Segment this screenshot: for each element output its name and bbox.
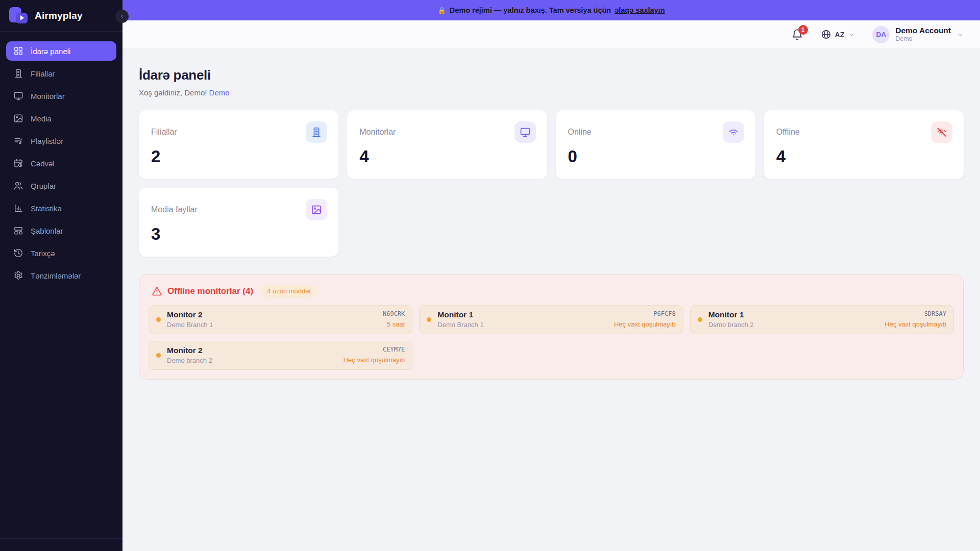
image-icon [306, 199, 327, 220]
language-code: AZ [835, 31, 845, 39]
monitor-card[interactable]: Monitor 2 Demo branch 2 CEYM7E Heç vaxt … [149, 341, 412, 370]
offline-section-header: Offline monitorlar (4) 4 uzun müddət [149, 285, 954, 297]
sidebar-item-label: Statistika [31, 204, 62, 213]
notification-badge: 1 [798, 25, 808, 35]
sidebar-item[interactable]: Media [6, 109, 116, 128]
sidebar-item-label: Şablonlar [31, 227, 63, 235]
sidebar-item-label: Tarixçə [31, 249, 55, 258]
avatar: DA [872, 26, 890, 43]
monitor-card[interactable]: Monitor 2 Demo Branch 1 N69CRK 5 saat [149, 305, 412, 334]
sidebar-item-label: Playlistlər [31, 137, 63, 145]
chart-icon [13, 203, 23, 213]
lock-icon: 🔒 [437, 7, 446, 14]
monitor-name: Monitor 2 [167, 345, 337, 355]
offline-section-title: Offline monitorlar (4) [167, 286, 253, 296]
monitor-branch: Demo Branch 1 [167, 321, 377, 330]
status-dot-icon [427, 317, 431, 322]
stat-label: Monitorlar [359, 128, 534, 137]
monitors-grid: Monitor 2 Demo Branch 1 N69CRK 5 saat Mo… [149, 305, 954, 370]
sidebar-item[interactable]: Statistika [6, 198, 116, 218]
wifi-icon [723, 121, 744, 143]
airmyplay-logo-icon [9, 6, 29, 26]
monitor-branch: Demo Branch 1 [437, 321, 608, 330]
gear-icon [13, 270, 23, 281]
users-icon [13, 181, 23, 191]
sidebar-item[interactable]: Tənzimləmələr [6, 266, 116, 285]
monitor-icon [13, 91, 23, 101]
monitor-name: Monitor 1 [437, 310, 608, 319]
brand-name: Airmyplay [35, 10, 83, 21]
account-role: Demo [895, 35, 951, 43]
stat-card: Filiallar 2 [139, 110, 338, 179]
chevron-left-icon [119, 13, 125, 19]
layout-icon [13, 226, 23, 236]
stat-value: 2 [151, 147, 326, 166]
sidebar-header: Airmyplay [0, 0, 122, 32]
calendar-icon [13, 158, 23, 168]
history-icon [13, 248, 23, 258]
sidebar-collapse-button[interactable] [115, 10, 129, 23]
banner-text: Demo rejimi — yalnız baxış. Tam versiya … [450, 6, 611, 14]
monitor-icon [514, 121, 536, 143]
status-dot-icon [156, 353, 161, 358]
stat-card: Monitorlar 4 [347, 110, 547, 179]
topbar: 1 AZ DA Demo Account Demo [122, 20, 980, 49]
stats-grid: Filiallar 2 Monitorlar 4 Online 0 Offlin… [139, 110, 964, 257]
status-dot-icon [156, 317, 161, 322]
account-menu[interactable]: DA Demo Account Demo [872, 26, 964, 43]
stat-card: Media fayllar 3 [139, 188, 338, 257]
monitor-status: Heç vaxt qoşulmayıb [344, 356, 405, 365]
sidebar-item[interactable]: Cədvəl [6, 154, 116, 173]
welcome-text: Xoş gəldiniz, Demo! Demo [139, 88, 964, 97]
stat-label: Offline [776, 128, 951, 137]
sidebar-nav: İdarə paneli Filiallar Monitorlar Media … [0, 32, 122, 295]
sidebar-item-label: Filiallar [31, 69, 55, 78]
monitor-code: N69CRK [383, 310, 405, 318]
monitor-name: Monitor 2 [167, 310, 377, 319]
sidebar-item-label: Tənzimləmələr [31, 271, 81, 280]
sidebar-item-label: İdarə paneli [31, 47, 70, 56]
stat-card: Online 0 [556, 110, 755, 179]
stat-label: Media fayllar [151, 205, 326, 214]
stat-card: Offline 4 [764, 110, 964, 179]
stat-value: 4 [776, 147, 951, 166]
sidebar-item[interactable]: Tarixçə [6, 243, 116, 263]
sidebar-item[interactable]: Şablonlar [6, 221, 116, 240]
offline-monitors-section: Offline monitorlar (4) 4 uzun müddət Mon… [139, 274, 964, 380]
monitor-status: Heç vaxt qoşulmayıb [885, 320, 946, 329]
sidebar-item-label: Qruplar [31, 182, 56, 190]
monitor-status: Heç vaxt qoşulmayıb [614, 320, 676, 329]
playlist-icon [13, 136, 23, 146]
globe-icon [821, 29, 831, 40]
contact-link[interactable]: əlaqə saxlayın [615, 6, 665, 14]
language-selector[interactable]: AZ [821, 29, 855, 40]
sidebar-item[interactable]: Filiallar [6, 64, 116, 83]
monitor-card[interactable]: Monitor 1 Demo branch 2 SDRSAY Heç vaxt … [690, 305, 954, 334]
monitor-code: P6FCF8 [614, 310, 676, 318]
stat-value: 4 [359, 147, 534, 166]
stat-value: 0 [568, 147, 743, 166]
welcome-demo-link[interactable]: Demo [209, 88, 230, 97]
warning-icon [152, 286, 162, 296]
sidebar-item[interactable]: Qruplar [6, 176, 116, 195]
notifications-button[interactable]: 1 [791, 29, 803, 41]
demo-banner: 🔒 Demo rejimi — yalnız baxış. Tam versiy… [122, 0, 980, 20]
monitor-card[interactable]: Monitor 1 Demo Branch 1 P6FCF8 Heç vaxt … [419, 305, 683, 334]
offline-duration-badge: 4 uzun müddət [261, 285, 316, 297]
monitor-code: SDRSAY [885, 310, 946, 318]
stat-label: Online [568, 128, 743, 137]
sidebar-item[interactable]: İdarə paneli [6, 41, 116, 61]
monitor-branch: Demo branch 2 [167, 357, 337, 365]
status-dot-icon [698, 317, 702, 322]
sidebar-item[interactable]: Playlistlər [6, 131, 116, 151]
stat-value: 3 [151, 224, 326, 244]
dashboard-icon [13, 46, 23, 56]
sidebar-item-label: Monitorlar [31, 92, 65, 101]
building-icon [306, 121, 327, 143]
sidebar-item[interactable]: Monitorlar [6, 86, 116, 106]
monitor-branch: Demo branch 2 [708, 321, 879, 330]
image-icon [13, 113, 23, 123]
monitor-code: CEYM7E [344, 346, 405, 354]
main-content: İdarə paneli Xoş gəldiniz, Demo! Demo Fi… [122, 0, 980, 380]
building-icon [13, 68, 23, 79]
